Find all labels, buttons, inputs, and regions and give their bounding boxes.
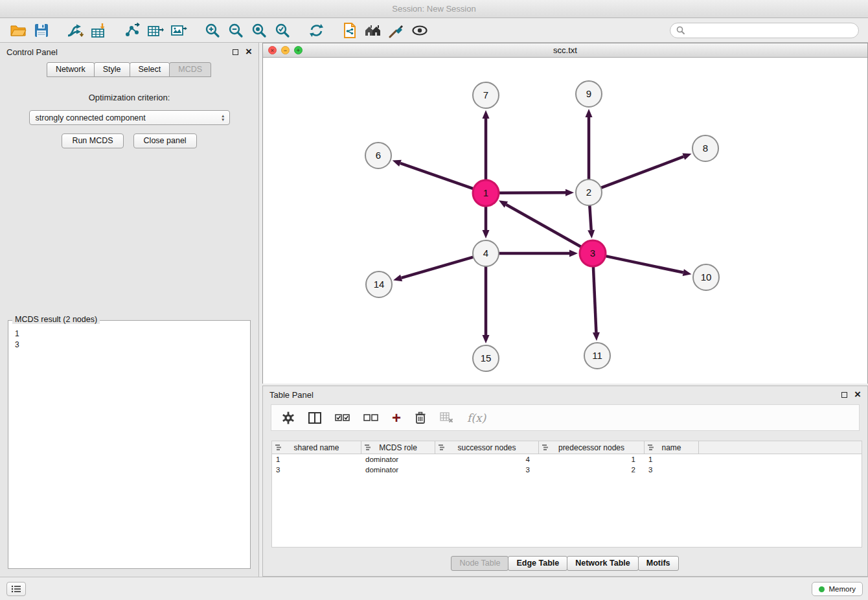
edge-arrow-1-7 [483,110,490,119]
search-input[interactable] [688,26,852,35]
maximize-window-icon[interactable]: + [294,46,303,54]
zoom-in-button[interactable] [201,21,224,40]
show-hide-button[interactable] [408,21,431,40]
tab-network-table[interactable]: Network Table [567,556,639,571]
network-graph[interactable]: 7968124314101511 [263,58,867,384]
import-network-button[interactable] [63,21,87,40]
import-public-network-button[interactable] [338,21,361,40]
close-window-icon[interactable]: × [268,46,277,54]
export-network-icon [124,23,141,38]
tab-mcds[interactable]: MCDS [169,62,211,77]
zoom-out-button[interactable] [224,21,247,40]
delete-table-icon [440,412,453,423]
run-mcds-button[interactable]: Run MCDS [62,133,123,148]
table-row[interactable]: 3dominator323 [272,465,862,475]
zoom-in-icon [205,23,220,38]
export-network-button[interactable] [120,21,144,40]
node-table: shared nameMCDS rolesuccessor nodesprede… [271,441,862,548]
mcds-result-box: MCDS result (2 nodes) 13 [8,320,251,569]
main-toolbar [0,18,868,43]
control-panel: Control Panel × NetworkStyleSelectMCDS O… [0,43,259,577]
close-panel-icon[interactable]: × [246,48,252,56]
search-field[interactable] [670,23,859,38]
edge-2-8[interactable] [601,157,684,188]
column-type-icon [364,444,371,451]
column-header-predecessor-nodes[interactable]: predecessor nodes [539,441,645,454]
refresh-layout-button[interactable] [304,21,328,40]
status-bar: Memory [0,577,868,600]
edge-2-3[interactable] [589,205,591,230]
edge-arrow-4-15 [483,335,490,343]
edge-arrow-1-6 [393,160,402,167]
tab-edge-table[interactable]: Edge Table [508,556,567,571]
tab-style[interactable]: Style [94,62,130,77]
delete-column-button[interactable] [415,411,426,424]
open-folder-icon [10,23,27,38]
column-header-MCDS-role[interactable]: MCDS role [361,441,435,454]
close-panel-button[interactable]: Close panel [133,133,197,148]
function-builder-button[interactable]: f(x) [467,411,486,424]
table-cell: 3 [272,466,361,474]
tab-node-table[interactable]: Node Table [451,556,508,571]
node-label-2: 2 [586,187,591,198]
import-table-button[interactable] [87,21,110,40]
document-share-icon [342,22,358,39]
mcds-result-list[interactable]: 13 [12,327,246,564]
edge-3-11[interactable] [593,266,597,332]
open-session-button[interactable] [6,21,30,40]
memory-status-icon [819,586,825,592]
table-cell: 4 [435,456,539,463]
table-cell: 1 [645,456,699,463]
mcds-result-item: 1 [15,329,244,340]
column-header-name[interactable]: name [645,441,699,454]
tab-motifs[interactable]: Motifs [638,556,679,571]
edge-4-14[interactable] [402,257,474,278]
show-columns-button[interactable] [308,412,321,424]
export-image-button[interactable] [167,21,190,40]
edge-3-1[interactable] [506,205,581,248]
save-session-button[interactable] [30,21,53,40]
zoom-selected-icon [275,23,290,38]
deselect-all-rows-button[interactable] [363,414,378,422]
edge-3-10[interactable] [606,256,683,272]
float-panel-icon[interactable] [233,49,238,55]
float-table-panel-icon[interactable] [841,392,847,398]
network-window-titlebar[interactable]: × − + scc.txt [263,43,867,58]
node-label-11: 11 [592,350,602,361]
memory-label: Memory [828,585,856,593]
edge-arrow-4-14 [393,275,402,282]
tab-select[interactable]: Select [130,62,170,77]
optimization-select[interactable]: strongly connected component ▲ ▼ [29,110,230,125]
gear-icon [282,411,295,424]
delete-table-button [440,412,453,423]
column-header-successor-nodes[interactable]: successor nodes [435,441,539,454]
graphics-details-button[interactable] [385,21,408,40]
zoom-fit-button[interactable] [247,21,271,40]
select-all-rows-button[interactable] [335,414,350,422]
edge-1-2[interactable] [499,192,565,193]
export-table-icon [147,23,164,38]
minimize-window-icon[interactable]: − [281,46,290,54]
add-column-button[interactable]: + [392,411,401,424]
table-row[interactable]: 1dominator411 [272,454,862,465]
table-settings-button[interactable] [282,411,295,424]
edge-arrow-2-9 [586,109,593,117]
zoom-fit-icon [251,23,267,38]
edge-1-6[interactable] [400,163,474,189]
close-table-panel-icon[interactable]: × [854,391,861,398]
memory-button[interactable]: Memory [812,582,863,596]
zoom-selected-button[interactable] [271,21,294,40]
control-panel-header: Control Panel × [0,43,258,61]
export-table-button[interactable] [144,21,167,40]
tab-network[interactable]: Network [47,62,95,77]
select-all-icon [335,414,350,422]
table-cell: 1 [539,456,645,463]
panel-menu-button[interactable] [6,582,26,596]
table-body: 1dominator4113dominator323 [272,454,862,475]
node-label-3: 3 [590,248,595,259]
column-header-shared-name[interactable]: shared name [272,441,361,454]
table-header-row: shared nameMCDS rolesuccessor nodesprede… [272,441,862,454]
home-button[interactable] [361,21,385,40]
node-label-7: 7 [483,89,488,100]
mcds-result-item: 3 [15,340,244,351]
